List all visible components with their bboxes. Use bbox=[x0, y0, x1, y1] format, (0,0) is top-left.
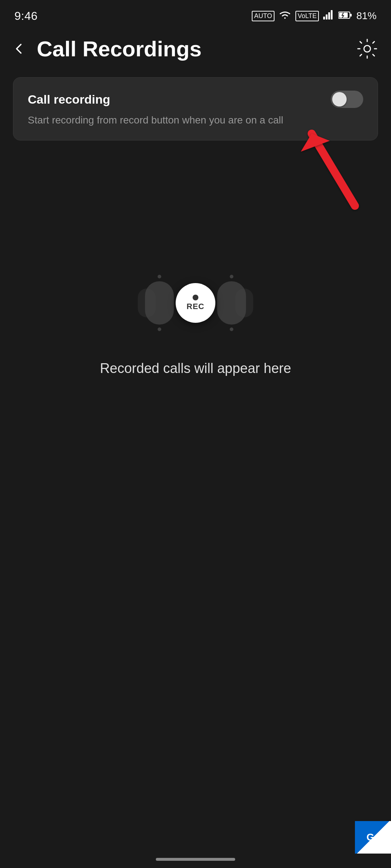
rec-dot bbox=[193, 295, 198, 300]
svg-rect-0 bbox=[323, 17, 325, 19]
status-time: 9:46 bbox=[14, 9, 38, 23]
wave-outer-right bbox=[235, 288, 253, 317]
page-title: Call Recordings bbox=[37, 36, 202, 61]
back-button[interactable] bbox=[13, 42, 26, 55]
svg-rect-6 bbox=[350, 14, 352, 17]
wave-dot4 bbox=[230, 327, 233, 331]
svg-rect-1 bbox=[326, 14, 328, 19]
call-recording-description: Start recording from record button when … bbox=[28, 113, 363, 127]
call-recording-toggle[interactable] bbox=[331, 91, 363, 108]
auto-icon: AUTO bbox=[252, 11, 275, 21]
wave-dot3 bbox=[230, 275, 233, 278]
battery-icon bbox=[338, 10, 352, 22]
settings-button[interactable] bbox=[356, 38, 378, 60]
call-recording-card: Call recording Start recording from reco… bbox=[13, 77, 378, 140]
wifi-icon bbox=[279, 10, 291, 22]
empty-state-message: Recorded calls will appear here bbox=[100, 361, 291, 376]
status-icons: AUTO VoLTE 81% bbox=[252, 10, 377, 22]
call-recording-label: Call recording bbox=[28, 92, 110, 107]
top-bar: Call Recordings bbox=[0, 29, 391, 69]
volte-icon: VoLTE bbox=[295, 11, 319, 21]
status-bar: 9:46 AUTO VoLTE bbox=[0, 0, 391, 29]
rec-illustration: REC bbox=[141, 263, 250, 343]
svg-rect-2 bbox=[328, 12, 330, 19]
wave-dot2 bbox=[158, 327, 161, 331]
svg-rect-3 bbox=[331, 10, 333, 19]
battery-percent: 81% bbox=[356, 10, 377, 22]
watermark: G↑ bbox=[355, 821, 391, 854]
svg-point-7 bbox=[364, 45, 370, 52]
wave-outer-left bbox=[138, 288, 156, 317]
wave-dot bbox=[158, 275, 161, 278]
empty-state: REC Recorded calls will appear here bbox=[0, 263, 391, 376]
home-indicator[interactable] bbox=[156, 858, 235, 861]
rec-circle: REC bbox=[176, 283, 215, 323]
signal-icon bbox=[323, 10, 334, 22]
toggle-knob bbox=[332, 92, 347, 107]
rec-label: REC bbox=[186, 302, 204, 311]
